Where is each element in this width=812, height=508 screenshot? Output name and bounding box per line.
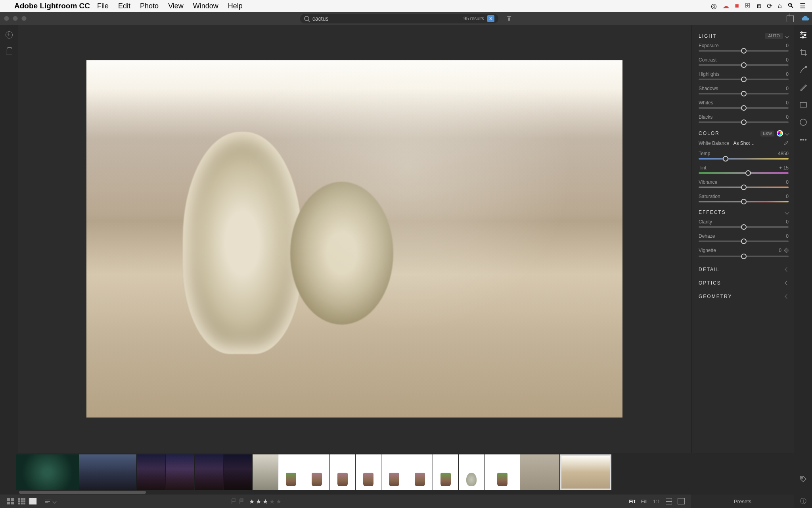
keyword-tag-icon[interactable] — [799, 475, 807, 484]
menu-help[interactable]: Help — [228, 2, 243, 10]
thumbnail[interactable] — [330, 454, 356, 490]
auto-button[interactable]: AUTO — [765, 33, 783, 39]
menubar-sync-icon[interactable]: ⟳ — [767, 2, 772, 10]
thumbnail[interactable] — [520, 454, 560, 490]
contrast-value[interactable]: 0 — [786, 57, 789, 63]
minimize-window-button[interactable] — [13, 16, 18, 21]
thumbnail[interactable] — [278, 454, 304, 490]
dehaze-slider[interactable] — [699, 241, 789, 242]
geometry-section-title[interactable]: GEOMETRY — [699, 294, 732, 299]
vignette-slider[interactable] — [699, 256, 789, 257]
blacks-slider[interactable] — [699, 121, 789, 123]
thumbnail[interactable] — [485, 454, 520, 490]
thumbnail[interactable] — [304, 454, 330, 490]
color-collapse-icon[interactable] — [785, 131, 789, 135]
whites-slider[interactable] — [699, 107, 789, 109]
thumbnail[interactable] — [166, 454, 195, 490]
filter-icon[interactable] — [506, 16, 512, 21]
maximize-window-button[interactable] — [21, 16, 27, 21]
highlights-slider[interactable] — [699, 79, 789, 80]
geometry-expand-icon[interactable] — [785, 294, 789, 298]
exposure-value[interactable]: 0 — [786, 43, 789, 48]
blacks-value[interactable]: 0 — [786, 114, 789, 120]
filmstrip-scrollbar[interactable] — [19, 491, 146, 494]
search-input[interactable]: cactus 95 results ✕ — [300, 14, 498, 23]
menubar-home-icon[interactable]: ⌂ — [778, 2, 782, 10]
menubar-dropbox-icon[interactable]: ⧈ — [757, 2, 761, 10]
light-collapse-icon[interactable] — [785, 34, 789, 38]
edit-sliders-icon[interactable] — [799, 31, 808, 39]
photo-grid-view-icon[interactable] — [6, 498, 15, 505]
thumbnail[interactable] — [253, 454, 278, 490]
shadows-slider[interactable] — [699, 93, 789, 94]
vibrance-slider[interactable] — [699, 187, 789, 188]
menu-file[interactable]: File — [97, 2, 109, 10]
thumbnail[interactable] — [79, 454, 137, 490]
menubar-shield-icon[interactable]: ⛨ — [745, 2, 751, 10]
saturation-value[interactable]: 0 — [786, 194, 789, 199]
shadows-value[interactable]: 0 — [786, 86, 789, 91]
my-photos-button[interactable] — [5, 48, 13, 56]
clarity-value[interactable]: 0 — [786, 219, 789, 225]
highlights-value[interactable]: 0 — [786, 71, 789, 77]
zoom-1to1[interactable]: 1:1 — [653, 498, 660, 504]
vignette-expand-icon[interactable] — [784, 248, 789, 253]
zoom-fill[interactable]: Fill — [641, 498, 647, 504]
app-title[interactable]: Adobe Lightroom CC — [14, 2, 90, 10]
menu-view[interactable]: View — [168, 2, 184, 10]
photo-canvas[interactable] — [18, 25, 691, 453]
tint-slider[interactable] — [699, 172, 789, 174]
temp-value[interactable]: 4850 — [778, 151, 789, 156]
healing-brush-icon[interactable] — [799, 65, 808, 74]
star-rating[interactable]: ★★★★★ — [249, 498, 283, 505]
info-icon[interactable]: ⓘ — [800, 497, 806, 506]
sort-button[interactable] — [45, 500, 56, 503]
thumbnail[interactable] — [137, 454, 166, 490]
thumbnail[interactable] — [356, 454, 381, 490]
tint-value[interactable]: + 15 — [779, 165, 789, 171]
menubar-record-icon[interactable]: ■ — [735, 2, 739, 10]
thumbnail[interactable] — [224, 454, 253, 490]
menu-window[interactable]: Window — [193, 2, 218, 10]
presets-button[interactable]: Presets — [692, 495, 793, 508]
share-icon[interactable] — [787, 15, 794, 22]
brush-icon[interactable] — [799, 83, 808, 92]
thumbnail[interactable] — [381, 454, 407, 490]
bw-button[interactable]: B&W — [760, 131, 774, 137]
flag-pick-icon[interactable] — [231, 498, 237, 504]
menubar-spotlight-icon[interactable]: 🔍︎ — [787, 2, 794, 10]
detail-view-icon[interactable] — [29, 498, 37, 505]
square-grid-view-icon[interactable] — [17, 498, 26, 505]
clear-search-button[interactable]: ✕ — [487, 15, 494, 22]
eyedropper-icon[interactable] — [783, 140, 789, 146]
zoom-fit[interactable]: Fit — [629, 498, 635, 504]
menu-edit[interactable]: Edit — [118, 2, 130, 10]
exposure-slider[interactable] — [699, 50, 789, 52]
optics-expand-icon[interactable] — [785, 281, 789, 285]
clarity-slider[interactable] — [699, 226, 789, 228]
thumbnail[interactable] — [16, 454, 79, 490]
thumbnail[interactable] — [433, 454, 459, 490]
effects-collapse-icon[interactable] — [785, 210, 789, 214]
crop-icon[interactable] — [799, 48, 808, 57]
detail-expand-icon[interactable] — [785, 267, 789, 271]
menubar-cc-icon[interactable]: ☁ — [722, 2, 729, 10]
add-photos-button[interactable] — [5, 31, 13, 39]
detail-section-title[interactable]: DETAIL — [699, 267, 720, 272]
whites-value[interactable]: 0 — [786, 100, 789, 106]
close-window-button[interactable] — [4, 16, 9, 21]
dehaze-value[interactable]: 0 — [786, 233, 789, 239]
white-balance-dropdown[interactable]: As Shot ⌄ — [733, 140, 754, 146]
thumbnail[interactable] — [195, 454, 224, 490]
temp-slider[interactable] — [699, 158, 789, 160]
thumbnail-selected[interactable] — [560, 454, 611, 490]
color-mixer-icon[interactable] — [777, 130, 783, 137]
vibrance-value[interactable]: 0 — [786, 179, 789, 185]
linear-gradient-icon[interactable] — [799, 100, 808, 109]
saturation-slider[interactable] — [699, 201, 789, 202]
radial-gradient-icon[interactable] — [799, 118, 808, 127]
menubar-list-icon[interactable]: ☰ — [800, 2, 806, 10]
compare-view-icon[interactable] — [678, 498, 685, 504]
menubar-status-icon[interactable]: ◎ — [711, 2, 717, 10]
thumbnail[interactable] — [407, 454, 433, 490]
